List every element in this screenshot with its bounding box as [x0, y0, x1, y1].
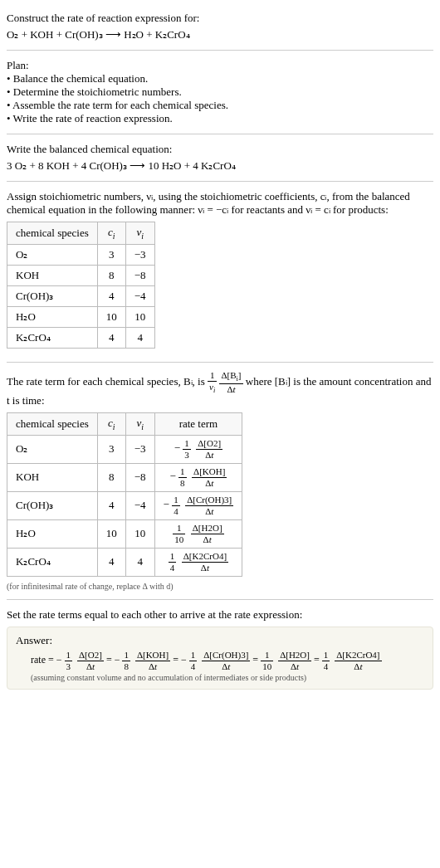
table-row: H₂O 10 10 [7, 306, 155, 327]
cell-rate: 14 Δ[K2CrO4]Δt [154, 548, 242, 576]
assign-text: Assign stoichiometric numbers, νᵢ, using… [7, 190, 433, 217]
answer-box: Answer: rate = − 13 Δ[O2]Δt = − 18 Δ[KOH… [7, 627, 433, 690]
table-row: K₂CrO₄ 4 4 [7, 327, 155, 348]
cell-species: Cr(OH)₃ [7, 491, 98, 519]
rateterm-table: chemical species ci νi rate term O₂ 3 −3… [7, 412, 242, 577]
stoich-table: chemical species ci νi O₂ 3 −3 KOH 8 −8 … [7, 222, 155, 349]
rateterm-formula: 1νi Δ[Bi]Δt [208, 375, 246, 388]
cell-ci: 4 [97, 327, 125, 348]
table-row: K₂CrO₄ 4 4 14 Δ[K2CrO4]Δt [7, 548, 242, 576]
cell-ci: 3 [97, 435, 125, 463]
term: − 18 Δ[KOH]Δt [115, 654, 174, 666]
intro-section: Construct the rate of reaction expressio… [7, 7, 433, 46]
col-vi: νi [125, 222, 154, 245]
rate-expression: rate = − 13 Δ[O2]Δt = − 18 Δ[KOH]Δt = − … [16, 651, 424, 671]
cell-species: H₂O [7, 306, 98, 327]
table-header-row: chemical species ci νi rate term [7, 413, 242, 436]
plan-item: • Determine the stoichiometric numbers. [7, 85, 433, 99]
cell-species: KOH [7, 463, 98, 491]
divider [7, 134, 433, 134]
cell-species: KOH [7, 265, 98, 285]
cell-vi: −3 [125, 435, 154, 463]
plan-item: • Balance the chemical equation. [7, 72, 433, 85]
cell-ci: 4 [97, 548, 125, 576]
cell-rate: − 13 Δ[O2]Δt [154, 435, 242, 463]
cell-ci: 8 [97, 265, 125, 285]
table-row: O₂ 3 −3 − 13 Δ[O2]Δt [7, 435, 242, 463]
rateterm-text-before: The rate term for each chemical species,… [7, 375, 208, 388]
col-ci: ci [97, 222, 125, 245]
cell-ci: 4 [97, 491, 125, 519]
cell-ci: 3 [97, 244, 125, 265]
cell-species: O₂ [7, 435, 98, 463]
rateterm-note: (for infinitesimal rate of change, repla… [7, 582, 433, 591]
table-header-row: chemical species ci νi [7, 222, 155, 245]
final-title: Set the rate terms equal to each other t… [7, 608, 433, 622]
cell-ci: 8 [97, 463, 125, 491]
divider [7, 599, 433, 600]
cell-rate: − 18 Δ[KOH]Δt [154, 463, 242, 491]
plan-section: Plan: • Balance the chemical equation. •… [7, 54, 433, 130]
balanced-equation: 3 O₂ + 8 KOH + 4 Cr(OH)₃ ⟶ 10 H₂O + 4 K₂… [7, 159, 433, 173]
rateterm-section: The rate term for each chemical species,… [7, 366, 433, 596]
cell-vi: −3 [125, 244, 154, 265]
col-ci: ci [97, 413, 125, 436]
divider [7, 50, 433, 51]
term: 110 Δ[H2O]Δt [261, 654, 314, 666]
divider [7, 181, 433, 182]
cell-ci: 10 [97, 306, 125, 327]
cell-vi: 4 [125, 548, 154, 576]
cell-vi: 10 [125, 306, 154, 327]
cell-vi: 4 [125, 327, 154, 348]
term: − 14 Δ[Cr(OH)3]Δt [181, 654, 252, 666]
intro-title: Construct the rate of reaction expressio… [7, 12, 433, 25]
neg: − [164, 498, 169, 510]
cell-vi: −8 [125, 463, 154, 491]
cell-species: K₂CrO₄ [7, 327, 98, 348]
cell-rate: − 14 Δ[Cr(OH)3]Δt [154, 491, 242, 519]
answer-label: Answer: [16, 634, 424, 647]
plan-title: Plan: [7, 59, 433, 72]
intro-equation: O₂ + KOH + Cr(OH)₃ ⟶ H₂O + K₂CrO₄ [7, 28, 433, 41]
cell-species: K₂CrO₄ [7, 548, 98, 576]
cell-species: Cr(OH)₃ [7, 285, 98, 306]
table-row: O₂ 3 −3 [7, 244, 155, 265]
cell-rate: 110 Δ[H2O]Δt [154, 519, 242, 548]
term: − 13 Δ[O2]Δt [56, 654, 106, 666]
cell-ci: 4 [97, 285, 125, 306]
cell-vi: −4 [125, 491, 154, 519]
answer-note: (assuming constant volume and no accumul… [16, 673, 424, 682]
col-rate: rate term [154, 413, 242, 436]
cell-ci: 10 [97, 519, 125, 548]
col-species: chemical species [7, 222, 98, 245]
cell-vi: −8 [125, 265, 154, 285]
table-row: Cr(OH)₃ 4 −4 − 14 Δ[Cr(OH)3]Δt [7, 491, 242, 519]
cell-species: O₂ [7, 244, 98, 265]
final-section: Set the rate terms equal to each other t… [7, 603, 433, 695]
cell-species: H₂O [7, 519, 98, 548]
plan-item: • Write the rate of reaction expression. [7, 112, 433, 125]
balanced-title: Write the balanced chemical equation: [7, 143, 433, 156]
cell-vi: 10 [125, 519, 154, 548]
table-row: KOH 8 −8 − 18 Δ[KOH]Δt [7, 463, 242, 491]
plan-item: • Assemble the rate term for each chemic… [7, 99, 433, 112]
divider [7, 362, 433, 363]
cell-vi: −4 [125, 285, 154, 306]
col-vi: νi [125, 413, 154, 436]
term: 14 Δ[K2CrO4]Δt [322, 654, 382, 666]
table-row: KOH 8 −8 [7, 265, 155, 285]
neg: − [174, 441, 180, 454]
rateterm-text: The rate term for each chemical species,… [7, 371, 433, 407]
col-species: chemical species [7, 413, 98, 436]
neg: − [170, 470, 176, 482]
balanced-section: Write the balanced chemical equation: 3 … [7, 138, 433, 178]
table-row: H₂O 10 10 110 Δ[H2O]Δt [7, 519, 242, 548]
assign-section: Assign stoichiometric numbers, νᵢ, using… [7, 185, 433, 358]
table-row: Cr(OH)₃ 4 −4 [7, 285, 155, 306]
rate-label: rate = [31, 654, 56, 666]
